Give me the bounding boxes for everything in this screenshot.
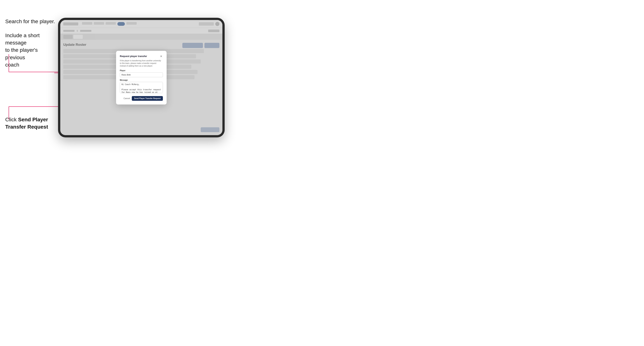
cancel-button[interactable]: Cancel bbox=[124, 97, 130, 99]
tablet-screen: Update Roster Request player transfer ✕ bbox=[60, 20, 222, 135]
modal-description: If the player is transferring from anoth… bbox=[120, 59, 163, 67]
close-icon[interactable]: ✕ bbox=[160, 55, 163, 58]
annotation-search: Search for the player. bbox=[5, 18, 55, 25]
tablet-device: Update Roster Request player transfer ✕ bbox=[58, 18, 225, 137]
modal-title: Request player transfer bbox=[120, 55, 147, 58]
modal-overlay: Request player transfer ✕ If the player … bbox=[60, 20, 222, 135]
modal-footer: Cancel Send Player Transfer Request bbox=[120, 96, 163, 101]
modal-dialog: Request player transfer ✕ If the player … bbox=[116, 51, 166, 105]
player-field-label: Player bbox=[120, 70, 163, 72]
message-field-label: Message bbox=[120, 79, 163, 81]
modal-header: Request player transfer ✕ bbox=[120, 55, 163, 58]
send-transfer-request-button[interactable]: Send Player Transfer Request bbox=[132, 96, 163, 101]
message-textarea[interactable]: Hi Coach McHarg, Please accept this tran… bbox=[120, 82, 163, 93]
player-search-input[interactable] bbox=[120, 72, 163, 77]
annotation-click: Click Send PlayerTransfer Request bbox=[5, 116, 48, 131]
annotation-message: Include a short messageto the player's p… bbox=[5, 32, 54, 68]
